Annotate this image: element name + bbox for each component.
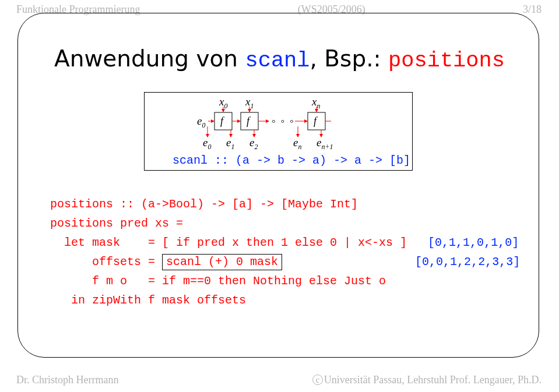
- footer-right: cUniversität Passau, Lehrstuhl Prof. Len…: [312, 374, 542, 386]
- en-out: en: [293, 136, 301, 151]
- e2-out: e2: [249, 136, 258, 151]
- scanl-diagram: f f f ◦ ◦ ◦ x0 x1 xn e0 e0 e1 e2 en en+: [145, 93, 413, 171]
- code-l4: offsets = scanl (+) 0 mask [0,0,1,2,2,3,…: [50, 252, 520, 271]
- copyright-icon: c: [312, 375, 323, 385]
- title-positions: positions: [388, 48, 505, 73]
- code-l4-anno: [0,0,1,2,2,3,3]: [415, 255, 520, 269]
- footer-left: Dr. Christoph Herrmann: [16, 374, 118, 386]
- scanl-highlight-box: scanl (+) 0 mask: [162, 254, 282, 270]
- title-text-2: , Bsp.:: [310, 45, 389, 72]
- code-l6: in zipWith f mask offsets: [50, 291, 520, 310]
- e0-in: e0: [197, 115, 205, 129]
- f1-label: f: [247, 115, 251, 127]
- dots: ◦ ◦ ◦: [272, 115, 295, 127]
- page: Funktionale Programmierung (WS2005/2006)…: [0, 0, 559, 392]
- code-l4c: [282, 255, 415, 269]
- code-l1: positions :: (a->Bool) -> [a] -> [Maybe …: [50, 195, 520, 214]
- title-scanl: scanl: [245, 48, 310, 73]
- code-l4a: offsets =: [50, 255, 162, 269]
- fn-label: f: [314, 115, 318, 127]
- footer-right-text: Universität Passau, Lehrstuhl Prof. Leng…: [324, 374, 542, 386]
- code-l3-body: let mask = [ if pred x then 1 else 0 | x…: [50, 236, 428, 249]
- f-box-0: f: [215, 112, 232, 130]
- f-box-1: f: [241, 112, 258, 130]
- en1-out: en+1: [317, 136, 333, 151]
- scanl-signature: scanl :: (a -> b -> a) -> a -> [b] -> [a…: [173, 154, 413, 167]
- xn: xn: [311, 96, 320, 110]
- code-l2: positions pred xs =: [50, 214, 520, 233]
- e1-out: e1: [226, 136, 234, 151]
- e0-out: e0: [203, 136, 211, 151]
- code-l3: let mask = [ if pred x then 1 else 0 | x…: [50, 233, 520, 252]
- footer: Dr. Christoph Herrmann cUniversität Pass…: [16, 374, 542, 386]
- header-right: 3/18: [523, 3, 542, 16]
- slide-title: Anwendung von scanl, Bsp.: positions: [0, 45, 559, 73]
- code-block: positions :: (a->Bool) -> [a] -> [Maybe …: [50, 195, 520, 310]
- f0-label: f: [220, 115, 225, 127]
- title-text-1: Anwendung von: [54, 45, 245, 72]
- f-box-n: f: [308, 112, 325, 130]
- code-l5: f m o = if m==0 then Nothing else Just o: [50, 271, 520, 291]
- code-l3-anno: [0,1,1,0,1,0]: [428, 236, 519, 249]
- scanl-diagram-box: f f f ◦ ◦ ◦ x0 x1 xn e0 e0 e1 e2 en en+: [144, 92, 413, 171]
